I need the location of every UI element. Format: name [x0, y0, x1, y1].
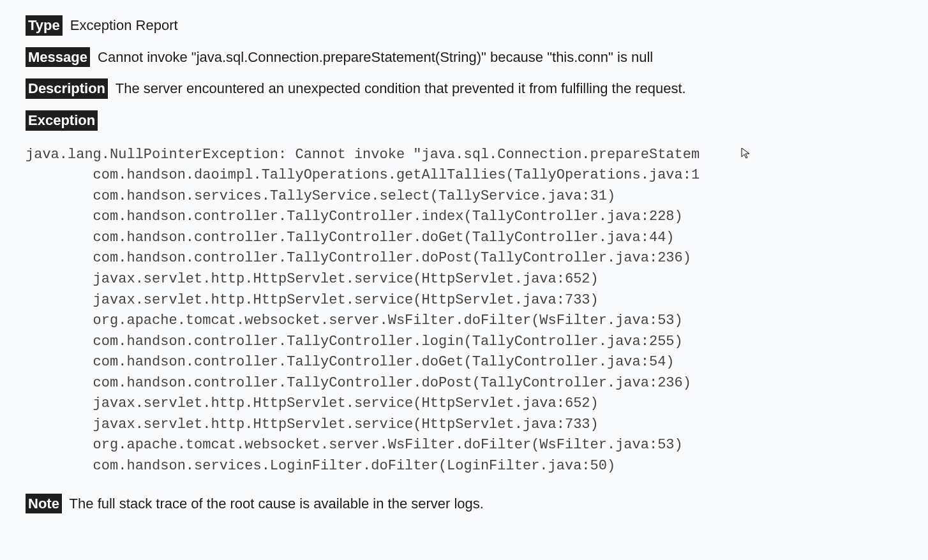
exception-header: Exception — [26, 110, 902, 131]
type-value: Exception Report — [70, 17, 178, 33]
stacktrace: java.lang.NullPointerException: Cannot i… — [26, 145, 902, 477]
description-label: Description — [26, 78, 108, 99]
type-line: Type Exception Report — [26, 15, 902, 36]
type-label: Type — [26, 15, 63, 36]
description-value: The server encountered an unexpected con… — [116, 80, 686, 96]
message-line: Message Cannot invoke "java.sql.Connecti… — [26, 47, 902, 68]
message-label: Message — [26, 47, 90, 68]
note-line: Note The full stack trace of the root ca… — [26, 494, 902, 514]
exception-label: Exception — [26, 110, 98, 131]
note-label: Note — [26, 494, 62, 514]
message-value: Cannot invoke "java.sql.Connection.prepa… — [98, 49, 653, 65]
note-value: The full stack trace of the root cause i… — [70, 496, 484, 512]
description-line: Description The server encountered an un… — [26, 78, 902, 99]
